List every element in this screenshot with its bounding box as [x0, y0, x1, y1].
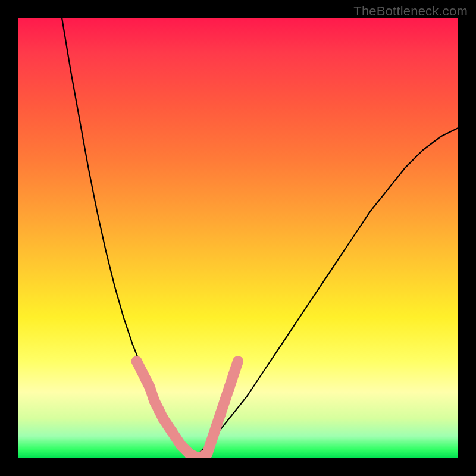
plot-area — [18, 18, 458, 458]
marker-layer — [18, 18, 458, 458]
marker-dot — [233, 356, 243, 367]
watermark-text: TheBottleneck.com — [353, 4, 468, 19]
marker-group — [131, 356, 243, 458]
chart-container: TheBottleneck.com — [0, 0, 476, 476]
